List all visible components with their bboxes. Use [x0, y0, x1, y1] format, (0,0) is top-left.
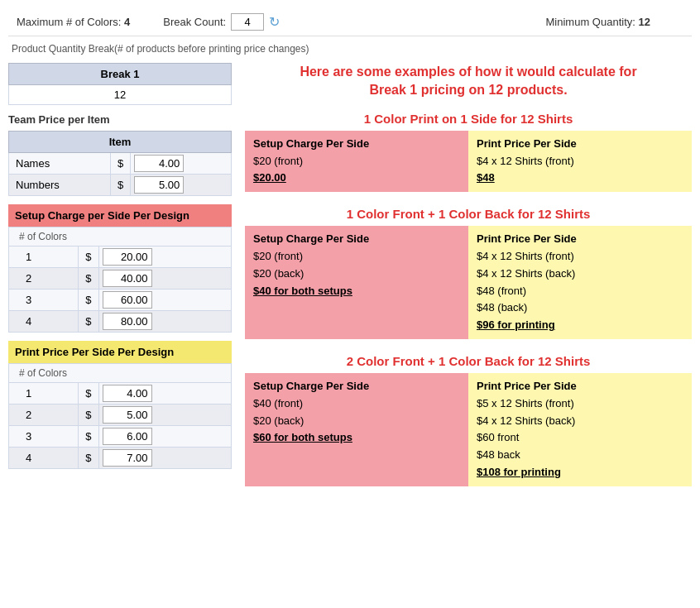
print-row: 3 $: [9, 426, 232, 448]
example-section-0: 1 Color Print on 1 Side for 12 ShirtsSet…: [245, 112, 692, 192]
example-setup-row-1-0: $20 (front): [253, 248, 460, 266]
example-setup-cell-1: Setup Charge Per Side$20 (front)$20 (bac…: [245, 226, 468, 339]
break-table: Break 1 12: [8, 63, 232, 105]
examples-title-line2: Break 1 pricing on 12 products.: [369, 83, 567, 97]
setup-dollar: $: [79, 247, 98, 268]
item-label: Names: [9, 153, 111, 175]
example-setup-header-2: Setup Charge Per Side: [253, 378, 460, 395]
example-title-1: 1 Color Front + 1 Color Back for 12 Shir…: [245, 207, 692, 221]
break-count-item: Break Count: ↻: [163, 13, 280, 31]
print-num: 2: [9, 405, 79, 426]
setup-value-input[interactable]: [103, 248, 152, 266]
example-section-1: 1 Color Front + 1 Color Back for 12 Shir…: [245, 207, 692, 339]
example-grid-2: Setup Charge Per Side$40 (front)$20 (bac…: [245, 373, 692, 486]
print-row: 2 $: [9, 405, 232, 426]
item-value-input[interactable]: [134, 176, 184, 194]
example-setup-total-1: $40 for both setups: [253, 283, 460, 300]
setup-num: 2: [9, 268, 79, 290]
break-count-input[interactable]: [231, 13, 264, 31]
example-print-row-2-2: $60 front: [477, 429, 683, 447]
items-table: Item Names $ Numbers $: [8, 131, 232, 196]
setup-input-cell[interactable]: [98, 311, 232, 333]
example-setup-row-2-1: $20 (back): [253, 413, 460, 430]
example-setup-header-0: Setup Charge Per Side: [253, 136, 460, 153]
example-setup-row-1-1: $20 (back): [253, 266, 460, 283]
print-input-cell[interactable]: [98, 426, 232, 448]
setup-num: 3: [9, 290, 79, 311]
example-setup-row-0-0: $20 (front): [253, 153, 460, 170]
max-colors-label: Maximum # of Colors:: [17, 16, 121, 28]
items-row: Numbers $: [9, 175, 232, 196]
setup-value-input[interactable]: [103, 313, 152, 330]
setup-num: 4: [9, 311, 79, 333]
setup-input-cell[interactable]: [98, 247, 232, 268]
example-setup-header-1: Setup Charge Per Side: [253, 231, 460, 248]
example-section-2: 2 Color Front + 1 Color Back for 12 Shir…: [245, 354, 692, 486]
example-print-total-0: $48: [477, 170, 683, 187]
print-input-cell[interactable]: [98, 448, 232, 469]
print-num: 4: [9, 448, 79, 469]
item-input-cell[interactable]: [131, 153, 232, 175]
print-dollar: $: [79, 405, 98, 426]
print-price-table: # of Colors 1 $ 2 $ 3 $ 4 $: [8, 363, 232, 469]
example-print-row-1-3: $48 (back): [477, 299, 683, 317]
setup-value-input[interactable]: [103, 291, 152, 309]
setup-input-cell[interactable]: [98, 290, 232, 311]
setup-row: 1 $: [9, 247, 232, 268]
example-print-row-2-0: $5 x 12 Shirts (front): [477, 395, 683, 413]
example-print-row-1-2: $48 (front): [477, 283, 683, 300]
print-value-input[interactable]: [103, 428, 152, 445]
setup-charge-header: Setup Charge per Side Per Design: [8, 204, 232, 227]
subtitle: Product Quantity Break(# of products bef…: [8, 43, 692, 55]
example-print-total-2: $108 for printing: [477, 464, 683, 481]
setup-charge-table: # of Colors 1 $ 2 $ 3 $ 4 $: [8, 227, 232, 333]
example-print-header-0: Print Price Per Side: [477, 136, 683, 153]
print-value-input[interactable]: [103, 385, 152, 402]
main-layout: Break 1 12 Team Price per Item Item Name…: [8, 63, 692, 501]
setup-value-input[interactable]: [103, 270, 152, 287]
print-value-input[interactable]: [103, 449, 152, 467]
min-qty-value: 12: [639, 16, 650, 28]
item-input-cell[interactable]: [131, 175, 232, 196]
min-qty-label: Minimum Quantity:: [546, 16, 635, 28]
print-dollar: $: [79, 448, 98, 469]
refresh-icon[interactable]: ↻: [269, 14, 280, 30]
print-sublabel: # of Colors: [9, 364, 232, 383]
example-print-row-2-3: $48 back: [477, 447, 683, 464]
left-panel: Break 1 12 Team Price per Item Item Name…: [8, 63, 232, 501]
break-count-label: Break Count:: [163, 16, 226, 28]
examples-title: Here are some examples of how it would c…: [245, 63, 692, 100]
setup-row: 4 $: [9, 311, 232, 333]
example-print-cell-1: Print Price Per Side$4 x 12 Shirts (fron…: [468, 226, 692, 339]
print-row: 1 $: [9, 383, 232, 405]
setup-sublabel: # of Colors: [9, 227, 232, 247]
item-value-input[interactable]: [134, 155, 184, 172]
example-setup-total-2: $60 for both setups: [253, 429, 460, 447]
print-value-input[interactable]: [103, 406, 152, 424]
setup-num: 1: [9, 247, 79, 268]
print-row: 4 $: [9, 448, 232, 469]
example-print-row-1-0: $4 x 12 Shirts (front): [477, 248, 683, 266]
example-print-row-1-1: $4 x 12 Shirts (back): [477, 266, 683, 283]
top-bar: Maximum # of Colors: 4 Break Count: ↻ Mi…: [8, 8, 692, 36]
setup-dollar: $: [79, 290, 98, 311]
break-header: Break 1: [9, 64, 232, 85]
example-print-row-0-0: $4 x 12 Shirts (front): [477, 153, 683, 170]
print-dollar: $: [79, 426, 98, 448]
example-print-header-1: Print Price Per Side: [477, 231, 683, 248]
setup-dollar: $: [79, 268, 98, 290]
break-value: 12: [9, 85, 232, 105]
example-title-0: 1 Color Print on 1 Side for 12 Shirts: [245, 112, 692, 126]
example-title-2: 2 Color Front + 1 Color Back for 12 Shir…: [245, 354, 692, 368]
item-dollar: $: [111, 175, 131, 196]
example-grid-0: Setup Charge Per Side$20 (front)$20.00Pr…: [245, 131, 692, 192]
print-input-cell[interactable]: [98, 405, 232, 426]
examples-title-line1: Here are some examples of how it would c…: [300, 65, 636, 79]
example-print-total-1: $96 for printing: [477, 317, 683, 334]
setup-input-cell[interactable]: [98, 268, 232, 290]
item-dollar: $: [111, 153, 131, 175]
print-price-header: Print Price Per Side Per Design: [8, 341, 232, 363]
examples-container: 1 Color Print on 1 Side for 12 ShirtsSet…: [245, 112, 692, 486]
setup-row: 2 $: [9, 268, 232, 290]
print-input-cell[interactable]: [98, 383, 232, 405]
